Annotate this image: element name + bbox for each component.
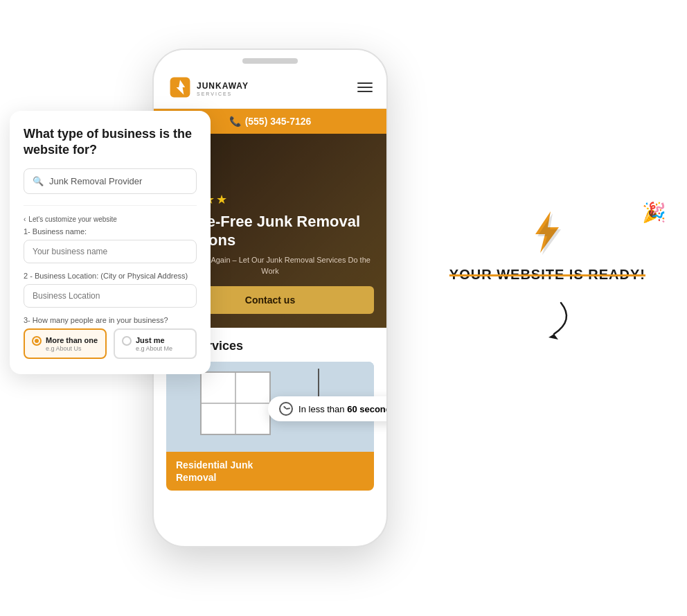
question-title: What type of business is the website for… — [24, 126, 197, 159]
service-card: Residential JunkRemoval — [166, 362, 374, 491]
customize-card: What type of business is the website for… — [10, 111, 211, 374]
logo-name: JUNKAWAY — [197, 81, 249, 91]
radio-sublabel-1: e.g About Us — [46, 345, 98, 352]
phone-icon: 📞 — [229, 116, 241, 127]
business-location-input[interactable] — [24, 284, 197, 308]
phone-logo: JUNKAWAY SERVICES — [168, 75, 249, 100]
service-label-text: Residential JunkRemoval — [176, 459, 253, 483]
customize-section-title: Let's customize your website — [28, 215, 117, 223]
radio-sublabel-2: e.g About Me — [136, 345, 172, 352]
back-link[interactable]: ‹ Let's customize your website — [24, 215, 197, 223]
radio-group: More than one e.g About Us Just me e.g A… — [24, 328, 197, 359]
main-scene: JUNKAWAY SERVICES 📞 (555) 345-7126 ★★★★★… — [0, 0, 687, 616]
phone-number: (555) 345-7126 — [245, 116, 312, 127]
clock-icon — [279, 402, 293, 416]
confetti-icon: 🎉 — [642, 201, 666, 224]
right-panel: YOUR WEBSITE IS READY! 🎉 — [449, 208, 645, 341]
tagline-text: YOUR WEBSITE IS READY! — [449, 266, 645, 283]
search-icon: 🔍 — [33, 176, 44, 186]
speed-badge: In less than 60 seconds — [268, 396, 388, 421]
business-name-input[interactable] — [24, 240, 197, 263]
service-label: Residential JunkRemoval — [166, 452, 374, 491]
search-box[interactable]: 🔍 Junk Removal Provider — [24, 168, 197, 194]
search-value: Junk Removal Provider — [49, 176, 142, 186]
back-arrow: ‹ — [24, 215, 26, 223]
business-location-label: 2 - Business Location: (City or Physical… — [24, 272, 197, 280]
business-name-label: 1- Business name: — [24, 227, 197, 236]
logo-sub: SERVICES — [197, 91, 249, 96]
svg-marker-11 — [548, 334, 558, 340]
hamburger-menu[interactable] — [357, 82, 373, 92]
svg-marker-10 — [537, 213, 561, 255]
curve-arrow — [519, 299, 575, 341]
customize-section: ‹ Let's customize your website 1- Busine… — [24, 205, 197, 359]
radio-just-me[interactable]: Just me e.g About Me — [114, 328, 197, 359]
radio-more-than-one[interactable]: More than one e.g About Us — [24, 328, 107, 359]
radio-label-1: More than one — [46, 335, 98, 345]
people-count-label: 3- How many people are in your business? — [24, 316, 197, 324]
logo-icon — [168, 75, 193, 100]
tagline-wrapper: YOUR WEBSITE IS READY! — [449, 266, 645, 283]
radio-dot-1 — [32, 336, 42, 346]
radio-label-2: Just me — [136, 335, 172, 345]
bolt-icon — [523, 208, 571, 256]
speed-badge-text: In less than 60 seconds — [298, 404, 388, 414]
radio-dot-2 — [122, 336, 132, 346]
phone-notch — [242, 58, 298, 64]
